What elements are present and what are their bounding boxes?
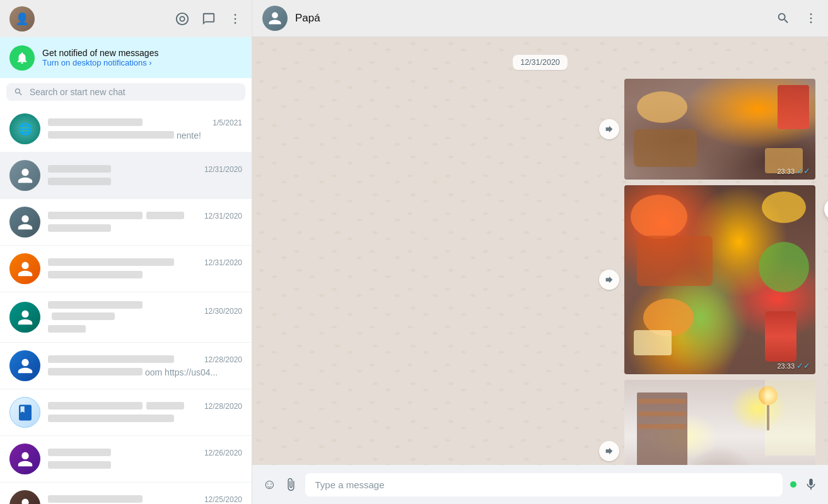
search-icon — [14, 87, 23, 97]
list-item[interactable]: 12/28/2020 — [0, 389, 252, 436]
avatar — [9, 160, 40, 191]
chat-header: 12/31/2020 — [48, 210, 242, 222]
attach-btn[interactable] — [284, 478, 298, 491]
input-bar: ☺ — [252, 465, 828, 504]
chat-content: 12/26/2020 — [48, 447, 242, 471]
photo-food-1[interactable]: 23:33 ✓✓ — [624, 79, 815, 180]
message-photo-3: 23:33 ✓✓ — [624, 380, 815, 465]
svg-point-2 — [235, 14, 236, 16]
chat-header: 12/30/2020 — [48, 300, 242, 323]
forward-btn-2[interactable] — [599, 270, 619, 290]
top-bar-icons — [175, 12, 242, 26]
avatar — [9, 302, 40, 333]
emoji-btn[interactable]: ☺ — [262, 476, 276, 493]
avatar — [9, 350, 40, 381]
photo-food-2[interactable]: 23:33 ✓✓ — [624, 185, 815, 374]
chat-time: 12/25/2020 — [204, 495, 242, 504]
contact-avatar[interactable] — [262, 6, 288, 31]
chat-content: 12/31/2020 — [48, 164, 242, 187]
chat-content: 12/28/2020 — [48, 401, 242, 424]
chat-header: 12/28/2020 — [48, 401, 242, 412]
chat-preview — [48, 461, 242, 471]
search-chat-btn[interactable] — [776, 11, 790, 25]
chat-content: 12/30/2020 — [48, 300, 242, 335]
avatar — [9, 207, 40, 238]
svg-point-5 — [810, 13, 812, 15]
chat-list: 🌐 1/5/2021 nente! 12/31/2020 — [0, 106, 252, 504]
search-input[interactable] — [30, 87, 238, 97]
list-item[interactable]: 🌐 1/5/2021 nente! — [0, 106, 252, 152]
search-bar — [0, 78, 252, 106]
chat-body: 12/31/2020 23:33 ✓✓ — [252, 37, 828, 465]
chat-preview — [48, 324, 242, 335]
notification-bar: Get notified of new messages Turn on des… — [0, 37, 252, 78]
forward-btn-3[interactable] — [599, 441, 619, 461]
chat-time: 12/31/2020 — [204, 258, 242, 267]
chat-preview — [48, 414, 242, 424]
svg-point-6 — [810, 18, 812, 20]
list-item[interactable]: 12/31/2020 — [0, 152, 252, 199]
date-badge: 12/31/2020 — [513, 55, 568, 70]
chat-header: 12/31/2020 — [48, 257, 242, 268]
chat-header: 1/5/2021 — [48, 117, 242, 129]
chat-header: 12/25/2020 — [48, 494, 242, 504]
chat-content: 12/25/2020 — [48, 494, 242, 504]
chat-preview — [48, 270, 242, 280]
avatar — [9, 490, 40, 504]
avatar — [9, 444, 40, 474]
chat-header-info: Papá — [295, 12, 769, 25]
notification-title: Get notified of new messages — [42, 48, 242, 58]
photo-time-2: 23:33 ✓✓ — [777, 361, 810, 370]
new-chat-icon-btn[interactable] — [202, 12, 216, 26]
svg-point-0 — [177, 13, 188, 24]
list-item[interactable]: 12/25/2020 — [0, 483, 252, 504]
chat-header-icons — [776, 11, 818, 25]
notification-subtitle[interactable]: Turn on desktop notifications › — [42, 58, 242, 67]
user-avatar[interactable]: 👤 — [9, 6, 35, 32]
list-item[interactable]: 12/30/2020 — [0, 292, 252, 343]
more-options-icon-btn[interactable] — [228, 12, 242, 26]
chat-time: 12/28/2020 — [204, 355, 242, 364]
chat-content: 12/31/2020 — [48, 257, 242, 280]
online-indicator — [790, 481, 796, 488]
forward-btn-1[interactable] — [599, 119, 619, 139]
chat-time: 12/28/2020 — [204, 402, 242, 411]
chat-content: 1/5/2021 nente! — [48, 117, 242, 140]
chat-preview: oom https://us04... — [48, 367, 242, 377]
avatar — [9, 397, 40, 428]
message-input[interactable] — [305, 473, 783, 496]
avatar — [9, 253, 40, 284]
chat-name — [48, 494, 143, 504]
chat-time: 12/31/2020 — [204, 165, 242, 174]
message-photo-1: 23:33 ✓✓ — [624, 79, 815, 180]
read-receipt-icon-2: ✓✓ — [796, 361, 810, 370]
read-receipt-icon: ✓✓ — [796, 166, 810, 176]
svg-point-7 — [810, 21, 812, 23]
svg-point-3 — [235, 18, 236, 20]
chat-header: 12/28/2020 — [48, 354, 242, 365]
avatar: 🌐 — [9, 113, 40, 144]
contact-name: Papá — [295, 12, 769, 25]
list-item[interactable]: 12/26/2020 — [0, 436, 252, 483]
status-icon-btn[interactable] — [175, 12, 189, 26]
chat-preview: nente! — [48, 130, 242, 140]
chat-name — [48, 354, 174, 365]
chat-name — [48, 300, 204, 323]
chat-header: 12/26/2020 — [48, 447, 242, 459]
chat-preview — [48, 177, 242, 187]
photo-time-1: 23:33 ✓✓ — [777, 166, 810, 176]
list-item[interactable]: 12/28/2020 oom https://us04... — [0, 343, 252, 389]
voice-btn[interactable] — [804, 478, 818, 491]
left-panel: 👤 — [0, 0, 252, 504]
chat-name — [48, 210, 184, 222]
scroll-down-btn[interactable] — [824, 198, 828, 220]
svg-point-4 — [235, 22, 236, 24]
list-item[interactable]: 12/31/2020 — [0, 199, 252, 246]
chat-content: 12/31/2020 — [48, 210, 242, 234]
chat-time: 12/31/2020 — [204, 212, 242, 220]
photo-room[interactable]: 23:33 ✓✓ — [624, 380, 815, 465]
more-options-btn[interactable] — [804, 11, 818, 25]
message-photo-2: 23:33 ✓✓ — [624, 185, 815, 374]
list-item[interactable]: 12/31/2020 — [0, 246, 252, 292]
chat-name — [48, 257, 174, 268]
